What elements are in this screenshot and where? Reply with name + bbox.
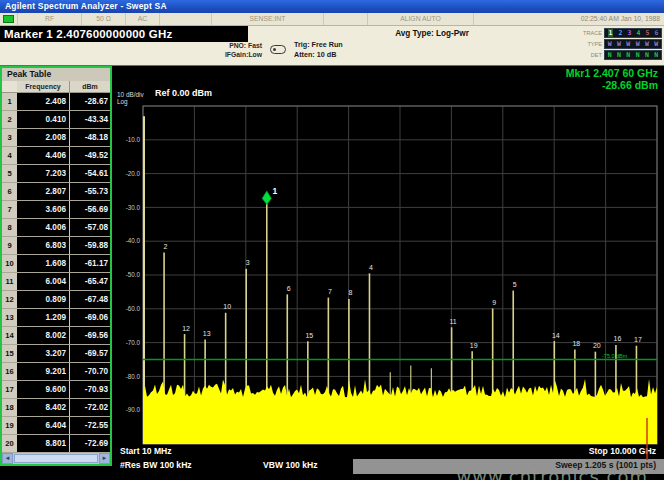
status-rf: RF (18, 13, 82, 25)
peak-index: 18 (2, 399, 17, 416)
peak-number-label: 8 (348, 289, 352, 296)
peak-amplitude: -69.57 (69, 345, 110, 362)
peak-row[interactable]: 153.207-69.57 (2, 345, 110, 363)
peak-row[interactable]: 101.608-61.17 (2, 255, 110, 273)
peak-index: 4 (2, 147, 17, 164)
peak-table-scrollbar[interactable]: ◄ ► (2, 453, 110, 464)
peak-row[interactable]: 169.201-70.70 (2, 363, 110, 381)
peak-amplitude: -69.06 (69, 309, 110, 326)
peak-amplitude: -70.70 (69, 363, 110, 380)
peak-index: 8 (2, 219, 17, 236)
trace-slot: W (608, 40, 612, 48)
peak-row[interactable]: 179.600-70.93 (2, 381, 110, 399)
spectrum-plot[interactable]: -10.0-20.0-30.0-40.0-50.0-60.0-70.0-80.0… (113, 102, 664, 446)
peak-row[interactable]: 57.203-54.61 (2, 165, 110, 183)
status-bar: RF 50 Ω AC SENSE:INT ALIGN AUTO 02:25:40… (0, 13, 664, 26)
trace-indicator: TRACE123456 TYPEWWWWWW DETNNNNNN (578, 27, 662, 60)
peak-frequency: 7.203 (17, 165, 69, 182)
peak-index: 2 (2, 111, 17, 128)
peak-row[interactable]: 116.004-65.47 (2, 273, 110, 291)
peak-amplitude: -28.67 (69, 93, 110, 110)
status-led-cell (0, 13, 18, 25)
trace-slot: W (617, 40, 621, 48)
peak-frequency: 1.209 (17, 309, 69, 326)
y-tick-label: -20.0 (126, 170, 141, 177)
trace-numbers: 123456 (604, 28, 662, 38)
peak-number-label: 5 (513, 281, 517, 288)
peak-row[interactable]: 44.406-49.52 (2, 147, 110, 165)
trace-slot: W (626, 40, 630, 48)
peak-frequency: 0.809 (17, 291, 69, 308)
status-coupling: AC (126, 13, 160, 25)
peak-row[interactable]: 131.209-69.06 (2, 309, 110, 327)
trace-slot: W (645, 40, 649, 48)
peak-amplitude: -70.93 (69, 381, 110, 398)
peak-number-label: 18 (572, 340, 580, 347)
trig-value: Trig: Free Run (294, 40, 343, 50)
peak-row[interactable]: 62.807-55.73 (2, 183, 110, 201)
peak-frequency: 4.406 (17, 147, 69, 164)
peak-row[interactable]: 188.402-72.02 (2, 399, 110, 417)
peak-frequency: 3.606 (17, 201, 69, 218)
peak-number-label: 14 (552, 332, 560, 339)
status-timestamp: 02:25:40 AM Jan 10, 1988 (474, 13, 664, 25)
peak-amplitude: -57.08 (69, 219, 110, 236)
res-bw: #Res BW 100 kHz (120, 460, 192, 470)
peak-row[interactable]: 196.404-72.55 (2, 417, 110, 435)
measurement-bar: Marker 1 2.407600000000 GHz PNO: Fast IF… (0, 26, 664, 66)
peak-number-label: 4 (369, 264, 373, 271)
main-area: Peak Table Frequency dBm 12.408-28.6720.… (0, 66, 664, 480)
y-tick-label: -60.0 (126, 305, 141, 312)
scroll-thumb[interactable] (14, 454, 98, 463)
peak-frequency: 1.608 (17, 255, 69, 272)
peak-index: 3 (2, 129, 17, 146)
peak-table-rows: 12.408-28.6720.410-43.3432.008-48.1844.4… (2, 93, 110, 453)
trace-slot: 3 (628, 29, 632, 37)
marker-result-readout: Mkr1 2.407 60 GHz -28.66 dBm (566, 68, 658, 91)
marker-1-diamond[interactable] (262, 191, 271, 205)
peak-frequency: 6.404 (17, 417, 69, 434)
trace-slot: N (645, 51, 649, 59)
trace-slot: N (654, 51, 658, 59)
peak-row[interactable]: 96.803-59.88 (2, 237, 110, 255)
peak-frequency: 8.801 (17, 435, 69, 452)
trace-slot: N (617, 51, 621, 59)
peak-index: 19 (2, 417, 17, 434)
peak-index: 11 (2, 273, 17, 290)
header-num-col (2, 81, 17, 92)
ifgain-value: IFGain:Low (198, 51, 262, 60)
peak-number-label: 13 (203, 330, 211, 337)
window-title-bar: Agilent Spectrum Analyzer - Swept SA (0, 0, 664, 13)
peak-amplitude: -56.69 (69, 201, 110, 218)
peak-table-header: Frequency dBm (2, 81, 110, 93)
peak-row[interactable]: 12.408-28.67 (2, 93, 110, 111)
peak-row[interactable]: 84.006-57.08 (2, 219, 110, 237)
peak-frequency: 9.201 (17, 363, 69, 380)
scroll-right-arrow-icon[interactable]: ► (99, 453, 110, 464)
peak-number-label: 7 (328, 288, 332, 295)
scale-per-div: 10 dB/div (117, 91, 144, 98)
peak-frequency: 6.803 (17, 237, 69, 254)
peak-frequency: 2.008 (17, 129, 69, 146)
peak-amplitude: -59.88 (69, 237, 110, 254)
trigger-status: Trig: Free Run Atten: 10 dB (294, 40, 343, 60)
peak-amplitude: -54.61 (69, 165, 110, 182)
peak-amplitude: -48.18 (69, 129, 110, 146)
y-tick-label: -90.0 (126, 406, 141, 413)
peak-row[interactable]: 20.410-43.34 (2, 111, 110, 129)
y-tick-label: -30.0 (126, 204, 141, 211)
peak-row[interactable]: 208.801-72.69 (2, 435, 110, 453)
peak-amplitude: -72.69 (69, 435, 110, 452)
peak-row[interactable]: 148.002-69.56 (2, 327, 110, 345)
peak-row[interactable]: 73.606-56.69 (2, 201, 110, 219)
scroll-left-arrow-icon[interactable]: ◄ (2, 453, 13, 464)
peak-row[interactable]: 32.008-48.18 (2, 129, 110, 147)
peak-number-label: 2 (164, 243, 168, 250)
peak-table-panel: Peak Table Frequency dBm 12.408-28.6720.… (0, 66, 112, 466)
peak-frequency: 3.207 (17, 345, 69, 362)
peak-number-label: 17 (634, 336, 642, 343)
spectrum-display: Mkr1 2.407 60 GHz -28.66 dBm 10 dB/div L… (113, 66, 664, 480)
peak-row[interactable]: 120.809-67.48 (2, 291, 110, 309)
atten-value: Atten: 10 dB (294, 50, 343, 60)
trace-label: TRACE (578, 30, 604, 36)
